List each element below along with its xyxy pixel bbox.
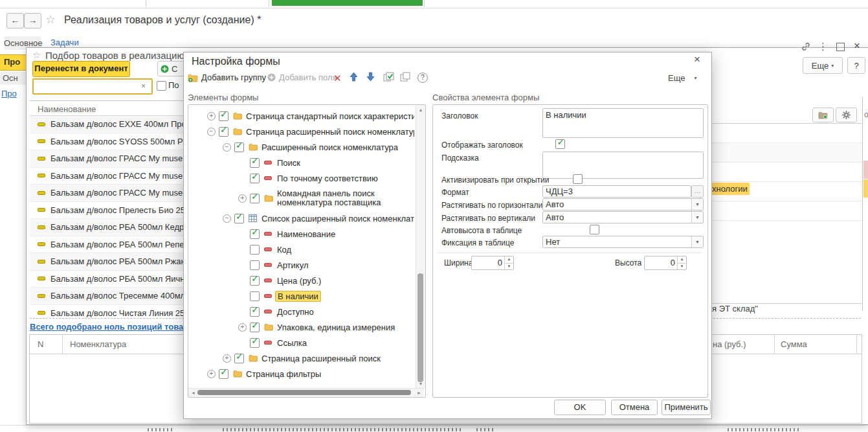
visibility-checkbox[interactable]: ✓ bbox=[234, 142, 244, 152]
picker-help-button[interactable]: ? bbox=[847, 57, 865, 74]
autoheight-checkbox[interactable] bbox=[590, 225, 599, 234]
scroll-thumb[interactable] bbox=[417, 273, 423, 382]
tree-item[interactable]: −✓Страница расширенный поиск номенклатур… bbox=[189, 124, 414, 139]
format-input[interactable]: ЧДЦ=3 bbox=[542, 185, 691, 198]
width-stepper[interactable]: 0 ▲▼ bbox=[471, 256, 514, 270]
show-header-checkbox[interactable]: ✓ bbox=[555, 139, 565, 149]
dropdown-arrow-icon[interactable]: ▼ bbox=[691, 236, 703, 247]
clear-search-icon[interactable]: × bbox=[141, 82, 146, 91]
height-stepper[interactable]: 0 ▲▼ bbox=[644, 256, 687, 270]
active-tab-indicator[interactable] bbox=[272, 0, 423, 6]
tree-item[interactable]: +✓Командная панель поиск номенклатура по… bbox=[189, 186, 414, 210]
expand-icon[interactable]: + bbox=[207, 370, 216, 378]
ok-button[interactable]: OK bbox=[554, 400, 606, 415]
product-row[interactable]: Бальзам д/волос Чистая Линия 250 мл bbox=[30, 305, 183, 318]
check-all-icon[interactable] bbox=[383, 72, 394, 83]
favorite-star-icon[interactable]: ☆ bbox=[45, 14, 56, 25]
product-row[interactable]: Бальзам д/волос EXXE 400мл Протеин bbox=[30, 116, 183, 133]
inner-tab-fragment[interactable]: Осн bbox=[0, 71, 27, 85]
scroll-thumb[interactable] bbox=[197, 390, 411, 395]
tree-item[interactable]: ✓Доступно bbox=[189, 304, 414, 319]
step-down-icon[interactable]: ▼ bbox=[678, 264, 686, 270]
tree-item[interactable]: ✓Поиск bbox=[189, 155, 414, 170]
tooltip-textarea[interactable] bbox=[542, 152, 704, 179]
visibility-checkbox[interactable]: ✓ bbox=[234, 354, 244, 363]
format-choose-button[interactable]: ... bbox=[691, 185, 704, 198]
transfer-to-document-button[interactable]: Перенести в документ bbox=[32, 61, 130, 77]
kebab-menu-icon[interactable]: ⋮ bbox=[818, 41, 828, 52]
visibility-checkbox[interactable]: ✓ bbox=[250, 158, 260, 168]
col-header-price-fragment[interactable]: на (руб.) bbox=[713, 339, 746, 349]
tree-vertical-scrollbar[interactable]: ▲ ▼ bbox=[416, 105, 425, 388]
product-row[interactable]: Бальзам д/волос Тресемме 400мл Объ bbox=[30, 288, 183, 305]
tree-item[interactable]: +✓Страница стандартный поиск характерист… bbox=[189, 108, 414, 124]
step-up-icon[interactable]: ▲ bbox=[678, 256, 686, 264]
stretch-v-select[interactable]: Авто ▼ bbox=[542, 211, 704, 223]
column-divider[interactable] bbox=[774, 335, 775, 354]
list-settings-button[interactable] bbox=[836, 108, 857, 122]
scroll-right-arrow[interactable]: ► bbox=[417, 391, 421, 395]
tab-tasks[interactable]: Задачи bbox=[50, 38, 79, 47]
uncheck-all-icon[interactable] bbox=[400, 72, 410, 82]
col-header-nomenclature[interactable]: Номенклатура bbox=[70, 339, 126, 349]
activate-checkbox[interactable] bbox=[573, 174, 583, 184]
visibility-checkbox[interactable]: ✓ bbox=[219, 369, 228, 379]
product-list-header[interactable]: Наименование bbox=[30, 101, 183, 116]
scroll-left-arrow[interactable]: ◄ bbox=[191, 391, 195, 395]
tree-item[interactable]: Артикул bbox=[189, 257, 414, 273]
fix-select[interactable]: Нет ▼ bbox=[542, 236, 704, 248]
tree-item[interactable]: ✓Наименование bbox=[189, 226, 414, 242]
stretch-h-select[interactable]: Авто ▼ bbox=[542, 198, 704, 210]
visibility-checkbox[interactable]: ✓ bbox=[250, 338, 260, 348]
visibility-checkbox[interactable]: ✓ bbox=[250, 276, 260, 286]
tree-item[interactable]: +✓Страница расширенный поиск bbox=[189, 350, 414, 366]
dialog-more-button[interactable]: Еще ▾ bbox=[668, 73, 696, 83]
visibility-checkbox[interactable]: ✓ bbox=[234, 214, 244, 223]
product-row[interactable]: Бальзам д/волос РБА 500мл Яичный п bbox=[30, 271, 183, 288]
product-search-input[interactable] bbox=[36, 80, 135, 93]
add-group-button[interactable]: Добавить группу bbox=[188, 73, 266, 82]
visibility-checkbox[interactable]: ✓ bbox=[250, 307, 260, 317]
get-link-icon[interactable] bbox=[801, 41, 811, 52]
collapse-icon[interactable]: − bbox=[207, 128, 216, 136]
product-row[interactable]: Бальзам д/волос SYOSS 500мл Pure B bbox=[30, 133, 183, 151]
show-groups-button[interactable] bbox=[812, 108, 834, 122]
visibility-checkbox[interactable]: ✓ bbox=[250, 323, 260, 332]
expand-icon[interactable]: + bbox=[207, 112, 216, 120]
tree-item[interactable]: В наличии bbox=[189, 288, 414, 304]
tree-item[interactable]: ✓Ссылка bbox=[189, 335, 414, 350]
help-icon[interactable]: ? bbox=[417, 73, 428, 83]
column-divider[interactable] bbox=[856, 335, 857, 354]
scroll-up-arrow[interactable]: ▲ bbox=[416, 105, 425, 112]
expand-icon[interactable]: + bbox=[238, 323, 247, 332]
dropdown-arrow-icon[interactable]: ▼ bbox=[691, 212, 703, 223]
product-row[interactable]: Бальзам д/волос РБА 500мл Кедрово- bbox=[30, 219, 183, 236]
tree-item[interactable]: −✓Список расширенный поиск номенклатура bbox=[189, 210, 414, 226]
col-header-n[interactable]: N bbox=[38, 339, 43, 349]
cancel-button[interactable]: Отмена bbox=[611, 400, 658, 415]
visibility-checkbox[interactable]: ✓ bbox=[250, 174, 260, 183]
product-row[interactable]: Бальзам д/волос РБА 500мл Ржаной с bbox=[30, 253, 183, 271]
delete-icon[interactable]: ✕ bbox=[333, 73, 342, 84]
tree-item[interactable]: −✓Расширенный поиск номенклатура bbox=[189, 139, 414, 155]
tree-horizontal-scrollbar[interactable]: ◄ ► bbox=[188, 388, 424, 397]
visibility-checkbox[interactable] bbox=[250, 291, 260, 301]
picker-more-button[interactable]: Еще ▾ bbox=[803, 57, 843, 74]
visibility-checkbox[interactable]: ✓ bbox=[219, 111, 228, 121]
expand-icon[interactable]: + bbox=[238, 194, 247, 203]
apply-button[interactable]: Применить bbox=[662, 400, 711, 415]
product-row[interactable]: Бальзам д/волос Прелесть Био 250мл bbox=[30, 202, 183, 220]
tree-item[interactable]: +✓Упаковка, единица измерения bbox=[189, 319, 414, 335]
move-down-icon[interactable] bbox=[366, 72, 375, 82]
maximize-icon[interactable] bbox=[836, 43, 845, 51]
product-row[interactable]: Бальзам д/волос ГРАСС My muse 400м bbox=[30, 185, 183, 202]
nav-forward-button[interactable]: → bbox=[24, 13, 41, 28]
window-close-icon[interactable]: × bbox=[854, 40, 860, 52]
header-textarea[interactable]: В наличии bbox=[542, 108, 704, 138]
tree-item[interactable]: ✓Цена (руб.) bbox=[189, 273, 414, 288]
visibility-checkbox[interactable]: ✓ bbox=[250, 229, 260, 239]
visibility-checkbox[interactable] bbox=[250, 245, 260, 255]
dialog-close-icon[interactable]: × bbox=[691, 54, 703, 66]
product-row[interactable]: Бальзам д/волос ГРАСС My muse 400м bbox=[30, 168, 183, 185]
link-fragment[interactable]: Про bbox=[1, 89, 17, 98]
